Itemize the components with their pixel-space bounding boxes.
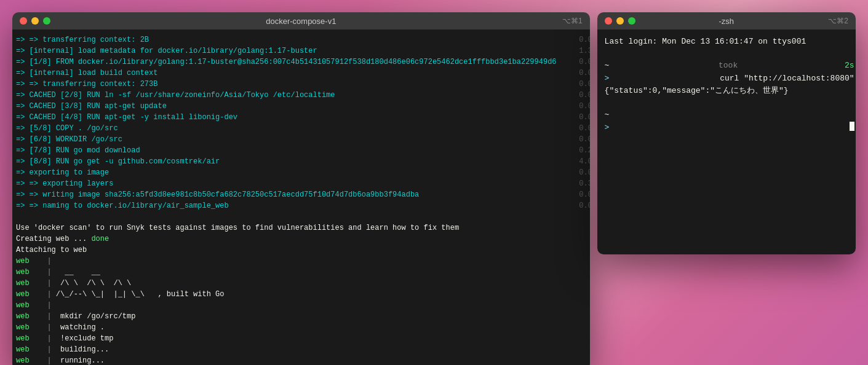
term-time-5: 0.0s bbox=[578, 79, 590, 90]
term-text-15: => => writing image sha256:a5fd3d8ee981c… bbox=[16, 189, 578, 200]
term-line-12: => [8/8] RUN go get -u github.com/cosmtr… bbox=[16, 156, 590, 167]
term-text-8: => CACHED [4/8] RUN apt-get -y install l… bbox=[16, 112, 578, 123]
zsh-terminal-shortcut: ⌥⌘2 bbox=[828, 17, 848, 25]
main-maximize-button[interactable] bbox=[43, 17, 50, 25]
term-time-snyk bbox=[578, 222, 590, 234]
main-minimize-button[interactable] bbox=[31, 17, 39, 25]
web-text-2: web | __ __ bbox=[16, 267, 590, 278]
term-line-3: => [1/8] FROM docker.io/library/golang:1… bbox=[16, 57, 590, 68]
web-line-mkdir: web | mkdir /go/src/tmp bbox=[16, 311, 590, 322]
blank-line-1 bbox=[16, 211, 590, 222]
zsh-json-line: {"status":0,"message":"こんにちわ、世界"} bbox=[605, 85, 854, 98]
zsh-active-prompt: > bbox=[605, 122, 615, 135]
term-time-attaching bbox=[578, 245, 590, 256]
zsh-login-line: Last login: Mon Dec 13 16:01:47 on ttys0… bbox=[605, 36, 854, 49]
term-time-14: 0.3s bbox=[578, 178, 590, 189]
web-line-4: web | /\_/--\ \_| |_| \_\ , built with G… bbox=[16, 289, 590, 300]
term-line-16: => => naming to docker.io/library/air_sa… bbox=[16, 200, 590, 211]
zsh-tilde-2: ~ bbox=[605, 109, 615, 122]
zsh-terminal-title: -zsh bbox=[719, 17, 735, 26]
web-text-4: web | /\_/--\ \_| |_| \_\ , built with G… bbox=[16, 289, 590, 300]
term-time-9: 0.0s bbox=[578, 123, 590, 134]
zsh-took-label: took bbox=[719, 60, 738, 73]
term-text-attaching: Attaching to web bbox=[16, 245, 578, 256]
term-text-13: => exporting to image bbox=[16, 167, 578, 178]
term-time-12: 4.0s bbox=[578, 156, 590, 167]
term-time-15: 0.0s bbox=[578, 189, 590, 200]
web-text-exclude: web | !exclude tmp bbox=[16, 333, 590, 344]
term-text-4: => [internal] load build context bbox=[16, 68, 578, 79]
term-time-16: 0.0s bbox=[578, 200, 590, 211]
zsh-login-text: Last login: Mon Dec 13 16:01:47 on ttys0… bbox=[605, 36, 806, 49]
term-line-attaching: Attaching to web bbox=[16, 245, 590, 256]
web-line-running: web | running... bbox=[16, 355, 590, 365]
web-line-1: web | bbox=[16, 256, 590, 267]
term-time-3: 0.0s bbox=[578, 57, 590, 68]
term-line-15: => => writing image sha256:a5fd3d8ee981c… bbox=[16, 189, 590, 200]
term-text-16: => => naming to docker.io/library/air_sa… bbox=[16, 200, 578, 211]
zsh-active-prompt-line: > bbox=[605, 122, 854, 135]
web-text-running: web | running... bbox=[16, 355, 590, 365]
zsh-blank-2 bbox=[605, 98, 854, 109]
term-line-1: => => transferring context: 2B 0.0s bbox=[16, 34, 590, 45]
term-time-4: 0.0s bbox=[578, 68, 590, 79]
web-line-3: web | /\ \ /\ \ /\ \ bbox=[16, 278, 590, 289]
term-line-creating: Creating web ... done bbox=[16, 234, 590, 245]
term-text-5: => => transferring context: 273B bbox=[16, 79, 578, 90]
web-line-watching: web | watching . bbox=[16, 322, 590, 333]
zsh-close-button[interactable] bbox=[605, 17, 612, 25]
zsh-curl-cmd: curl "http://localhost:8080" bbox=[720, 73, 854, 85]
web-line-exclude: web | !exclude tmp bbox=[16, 333, 590, 344]
term-text-14: => => exporting layers bbox=[16, 178, 578, 189]
web-text-1: web | bbox=[16, 256, 590, 267]
main-traffic-lights[interactable] bbox=[20, 17, 50, 25]
zsh-terminal-body: Last login: Mon Dec 13 16:01:47 on ttys0… bbox=[597, 29, 856, 254]
term-time-1: 0.0s bbox=[578, 34, 590, 45]
zsh-maximize-button[interactable] bbox=[628, 17, 635, 25]
zsh-took-time: 2s bbox=[845, 60, 854, 73]
term-text-6: => CACHED [2/8] RUN ln -sf /usr/share/zo… bbox=[16, 90, 578, 101]
term-text-12: => [8/8] RUN go get -u github.com/cosmtr… bbox=[16, 156, 578, 167]
web-text-watching: web | watching . bbox=[16, 322, 590, 333]
term-time-8: 0.0s bbox=[578, 112, 590, 123]
zsh-prompt-line: ~ bbox=[605, 109, 854, 122]
zsh-took-line: ~ took 2s bbox=[605, 60, 854, 73]
term-line-10: => [6/8] WORKDIR /go/src 0.0s bbox=[16, 134, 590, 145]
term-line-4: => [internal] load build context 0.0s bbox=[16, 68, 590, 79]
term-line-9: => [5/8] COPY . /go/src 0.0s bbox=[16, 123, 590, 134]
term-line-snyk: Use 'docker scan' to run Snyk tests agai… bbox=[16, 222, 590, 234]
term-time-2: 1.3s bbox=[578, 45, 590, 57]
term-line-13: => exporting to image 0.0s bbox=[16, 167, 590, 178]
term-time-10: 0.0s bbox=[578, 134, 590, 145]
term-text-3: => [1/8] FROM docker.io/library/golang:1… bbox=[16, 57, 578, 68]
web-text-mkdir: web | mkdir /go/src/tmp bbox=[16, 311, 590, 322]
main-terminal-titlebar: docker-compose-v1 ⌥⌘1 bbox=[12, 12, 590, 29]
term-time-6: 0.0s bbox=[578, 90, 590, 101]
main-terminal-body: => => transferring context: 2B 0.0s => [… bbox=[12, 29, 590, 365]
zsh-tilde-1: ~ bbox=[605, 60, 615, 73]
term-text-9: => [5/8] COPY . /go/src bbox=[16, 123, 578, 134]
main-close-button[interactable] bbox=[20, 17, 27, 25]
zsh-curl-line: > curl "http://localhost:8080" bbox=[605, 73, 854, 85]
main-terminal-title: docker-compose-v1 bbox=[266, 17, 336, 26]
term-text-7: => CACHED [3/8] RUN apt-get update bbox=[16, 101, 578, 112]
term-time-11: 0.2s bbox=[578, 145, 590, 156]
zsh-prompt-symbol: > bbox=[605, 73, 615, 85]
zsh-traffic-lights[interactable] bbox=[605, 17, 635, 25]
term-text-1: => => transferring context: 2B bbox=[16, 34, 578, 45]
web-text-3: web | /\ \ /\ \ /\ \ bbox=[16, 278, 590, 289]
web-line-2: web | __ __ bbox=[16, 267, 590, 278]
zsh-minimize-button[interactable] bbox=[616, 17, 624, 25]
term-text-11: => [7/8] RUN go mod download bbox=[16, 145, 578, 156]
term-line-11: => [7/8] RUN go mod download 0.2s bbox=[16, 145, 590, 156]
zsh-terminal-titlebar: -zsh ⌥⌘2 bbox=[597, 12, 856, 29]
term-time-13: 0.0s bbox=[578, 167, 590, 178]
term-line-2: => [internal] load metadata for docker.i… bbox=[16, 45, 590, 57]
term-text-creating: Creating web ... done bbox=[16, 234, 578, 245]
term-text-10: => [6/8] WORKDIR /go/src bbox=[16, 134, 578, 145]
web-line-5: web | bbox=[16, 300, 590, 311]
term-line-6: => CACHED [2/8] RUN ln -sf /usr/share/zo… bbox=[16, 90, 590, 101]
zsh-terminal-window: -zsh ⌥⌘2 Last login: Mon Dec 13 16:01:47… bbox=[597, 12, 856, 254]
zsh-blank-1 bbox=[605, 49, 854, 60]
zsh-json-response: {"status":0,"message":"こんにちわ、世界"} bbox=[605, 85, 789, 98]
